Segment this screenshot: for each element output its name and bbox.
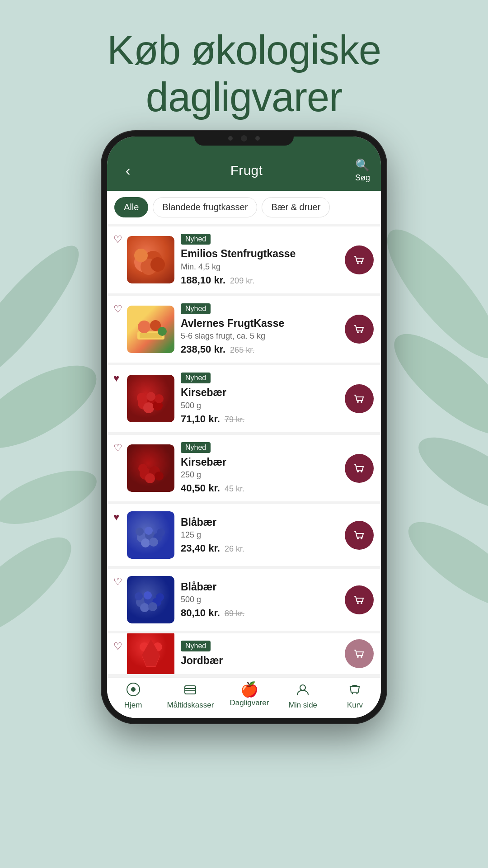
svg-point-54	[156, 593, 164, 601]
price-current: 23,40 kr.	[181, 542, 220, 554]
price-old: 45 kr.	[225, 484, 244, 494]
nav-dagligvarer-label: Dagligvarer	[230, 698, 269, 708]
favorite-button[interactable]: ♡	[113, 576, 122, 588]
product-price-row: 71,10 kr. 79 kr.	[181, 413, 338, 425]
product-image	[127, 236, 174, 283]
nav-hjem-label: Hjem	[124, 701, 142, 710]
product-info: Nyhed Emilios Stenfrugtkasse Min. 4,5 kg…	[181, 234, 338, 286]
product-image-strawberries	[127, 633, 174, 674]
product-image	[127, 511, 174, 559]
price-old: 26 kr.	[225, 544, 244, 554]
nav-kurv[interactable]: Kurv	[337, 682, 373, 710]
nav-dagligvarer[interactable]: 🍎 Dagligvarer	[230, 682, 269, 710]
tab-baer[interactable]: Bær & druer	[262, 197, 330, 217]
back-button[interactable]: ‹	[118, 162, 138, 179]
min-side-icon	[296, 682, 310, 699]
svg-point-41	[141, 538, 150, 547]
list-item: ♥ Nyhed	[107, 365, 381, 432]
svg-point-5	[408, 424, 488, 526]
favorite-button[interactable]: ♥	[113, 373, 119, 384]
svg-point-21	[361, 331, 362, 333]
add-to-cart-button[interactable]	[345, 454, 374, 483]
add-to-cart-button[interactable]	[345, 585, 374, 614]
price-old: 209 kr.	[230, 276, 254, 286]
product-price-row: 238,50 kr. 265 kr.	[181, 344, 338, 355]
price-current: 238,50 kr.	[181, 344, 225, 355]
svg-point-42	[149, 538, 158, 547]
favorite-button[interactable]: ♡	[113, 234, 122, 245]
svg-point-19	[158, 327, 167, 336]
svg-point-30	[361, 401, 362, 403]
svg-point-69	[300, 685, 305, 690]
svg-point-65	[131, 687, 136, 692]
list-item: ♡ Nyhed Avlernes FrugtKasse	[107, 296, 381, 363]
favorite-button[interactable]: ♡	[113, 442, 122, 454]
list-item: ♡ Nyhed Kirsebær 250	[107, 435, 381, 502]
product-price-row: 23,40 kr. 26 kr.	[181, 542, 338, 554]
svg-point-26	[137, 393, 147, 403]
svg-point-34	[155, 472, 164, 481]
product-price-row: 80,10 kr. 89 kr.	[181, 607, 338, 619]
category-tabs: Alle Blandede frugtkasser Bær & druer	[107, 191, 381, 224]
new-badge: Nyhed	[181, 303, 211, 314]
product-image-cherries2	[127, 444, 174, 492]
product-desc: 500 g	[181, 595, 338, 604]
product-image	[127, 306, 174, 353]
add-to-cart-button[interactable]	[345, 245, 374, 274]
favorite-button[interactable]: ♡	[113, 641, 122, 652]
product-name: Blåbær	[181, 581, 338, 594]
product-name: Kirsebær	[181, 387, 338, 399]
phone-notch	[194, 131, 294, 146]
favorite-button[interactable]: ♡	[113, 303, 122, 315]
search-button[interactable]: 🔍 Søg	[355, 158, 370, 183]
product-info: Nyhed Jordbær	[181, 641, 338, 667]
new-badge: Nyhed	[181, 373, 211, 383]
svg-point-13	[357, 262, 359, 264]
product-image-stone-fruit	[127, 236, 174, 283]
add-to-cart-button[interactable]	[345, 639, 374, 668]
dagligvarer-icon: 🍎	[240, 682, 258, 697]
price-current: 188,10 kr.	[181, 274, 225, 286]
price-current: 71,10 kr.	[181, 413, 220, 425]
nav-maaltidskasser[interactable]: Måltidskasser	[167, 682, 214, 710]
svg-point-11	[150, 257, 165, 272]
nav-min-side[interactable]: Min side	[285, 682, 321, 710]
phone-screen: ‹ Frugt 🔍 Søg Alle Blandede frugtkasser …	[107, 137, 381, 718]
add-to-cart-button[interactable]	[345, 521, 374, 550]
add-to-cart-button[interactable]	[345, 315, 374, 344]
product-info: Blåbær 125 g 23,40 kr. 26 kr.	[181, 516, 338, 555]
svg-point-35	[138, 464, 147, 473]
svg-point-14	[361, 262, 362, 264]
list-item: ♡	[107, 569, 381, 631]
product-price-row: 188,10 kr. 209 kr.	[181, 274, 338, 286]
tab-blandede[interactable]: Blandede frugtkasser	[153, 197, 257, 217]
product-image-blueberries	[127, 511, 174, 559]
svg-point-53	[135, 592, 143, 600]
search-icon: 🔍	[355, 158, 370, 172]
svg-point-17	[138, 321, 150, 333]
product-name: Emilios Stenfrugtkasse	[181, 248, 338, 260]
svg-point-29	[357, 401, 359, 403]
bottom-nav: Hjem Måltidskasser 🍎 Dagligvarer	[107, 677, 381, 718]
new-badge: Nyhed	[181, 641, 211, 651]
svg-point-57	[361, 602, 362, 604]
svg-point-45	[145, 527, 153, 535]
nav-hjem[interactable]: Hjem	[115, 682, 151, 710]
phone-frame: ‹ Frugt 🔍 Søg Alle Blandede frugtkasser …	[102, 131, 386, 723]
product-info: Nyhed Avlernes FrugtKasse 5-6 slags frug…	[181, 303, 338, 356]
header-title: Frugt	[230, 163, 263, 178]
tab-alle[interactable]: Alle	[114, 197, 148, 217]
product-price-row: 40,50 kr. 45 kr.	[181, 482, 338, 494]
svg-point-63	[361, 656, 362, 658]
svg-point-37	[361, 471, 362, 472]
svg-point-6	[371, 216, 488, 372]
price-old: 79 kr.	[225, 415, 244, 425]
product-info: Nyhed Kirsebær 250 g 40,50 kr. 45 kr.	[181, 442, 338, 495]
product-image-blueberries2	[127, 576, 174, 623]
new-badge: Nyhed	[181, 442, 211, 453]
price-current: 40,50 kr.	[181, 482, 220, 494]
favorite-button[interactable]: ♥	[113, 511, 119, 523]
add-to-cart-button[interactable]	[345, 384, 374, 413]
price-old: 265 kr.	[230, 345, 254, 355]
list-item: ♡ Nyhed Jordbær	[107, 633, 381, 674]
